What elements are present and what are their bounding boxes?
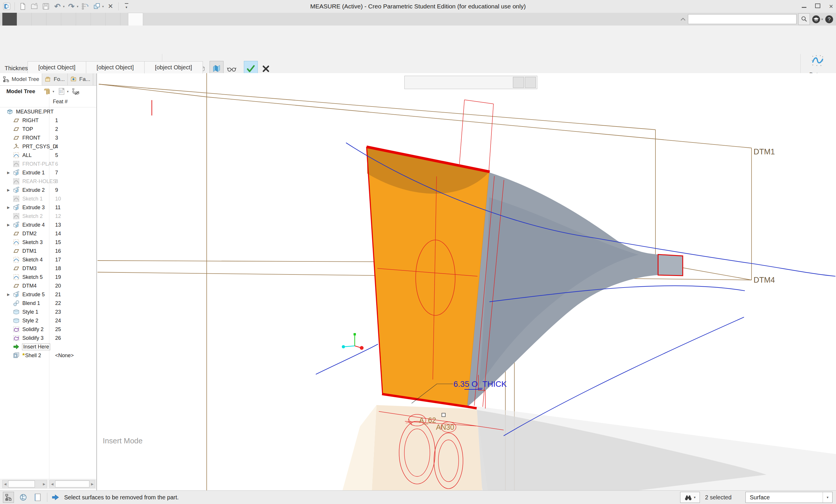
graphics-toolbar-icon[interactable] xyxy=(501,77,512,88)
tree-row[interactable]: PRT_CSYS_D 4 xyxy=(0,142,96,151)
toggle-model-tree-icon[interactable] xyxy=(3,492,14,503)
feature-label[interactable]: ALL xyxy=(22,152,32,158)
tree-row[interactable]: Solidify 2 25 xyxy=(0,325,96,334)
tree-settings-caret[interactable]: ▾ xyxy=(67,90,69,93)
ribbon-tab[interactable] xyxy=(128,13,143,25)
feature-label[interactable]: Extrude 5 xyxy=(22,292,45,298)
tree-row[interactable]: DTM2 14 xyxy=(0,229,96,238)
dtm4-label[interactable]: DTM4 xyxy=(754,276,775,285)
learning-connector-icon[interactable] xyxy=(812,15,821,24)
feature-label[interactable]: Sketch 4 xyxy=(22,257,43,263)
feature-label[interactable]: DTM4 xyxy=(22,283,37,289)
ribbon-tab[interactable] xyxy=(106,13,120,25)
graphics-toolbar-icon[interactable] xyxy=(441,77,453,88)
tree-row[interactable]: Sketch 1 10 xyxy=(0,194,96,203)
undo-menu-caret[interactable]: ▾ xyxy=(63,5,65,8)
tree-tools-caret[interactable]: ▾ xyxy=(53,90,54,93)
tree-row[interactable]: RIGHT 1 xyxy=(0,116,96,125)
feature-label[interactable]: Sketch 5 xyxy=(22,274,43,280)
feature-label[interactable]: TOP xyxy=(22,126,33,132)
tree-row[interactable]: MEASURE.PRT xyxy=(0,108,96,116)
feature-label[interactable]: DTM2 xyxy=(22,231,37,237)
expand-caret[interactable]: ▶ xyxy=(4,223,13,227)
feature-label[interactable]: FRONT xyxy=(22,135,40,141)
tree-row[interactable]: ▶ Extrude 5 21 xyxy=(0,290,96,299)
search-icon[interactable] xyxy=(798,13,810,25)
ribbon-tab[interactable] xyxy=(76,13,91,25)
feature-label[interactable]: RIGHT xyxy=(22,117,39,123)
tree-row[interactable]: FRONT-PLAT 6 xyxy=(0,160,96,168)
selection-filter-combo[interactable]: Surface ▾ xyxy=(745,492,833,503)
dashboard-tab[interactable]: [object Object] xyxy=(27,61,86,73)
find-tool-caret[interactable]: ▾ xyxy=(694,495,696,499)
tree-row[interactable]: Style 2 24 xyxy=(0,316,96,325)
feature-label[interactable]: Solidify 2 xyxy=(22,326,43,332)
feature-label[interactable]: DTM3 xyxy=(22,266,37,272)
web-browser-icon[interactable] xyxy=(18,492,28,503)
app-menu-icon[interactable] xyxy=(2,1,12,12)
feature-label[interactable]: FRONT-PLAT xyxy=(22,161,55,167)
open-file-icon[interactable] xyxy=(29,1,39,12)
search-input[interactable] xyxy=(688,14,797,24)
tree-row[interactable]: Sketch 4 17 xyxy=(0,255,96,264)
tree-row[interactable]: Style 1 23 xyxy=(0,308,96,316)
tree-row[interactable]: Solidify 3 26 xyxy=(0,334,96,342)
panel-tab[interactable]: Model Tree xyxy=(0,73,42,85)
close-window-icon[interactable]: ✕ xyxy=(106,1,116,12)
feature-label[interactable]: Extrude 1 xyxy=(22,170,45,176)
graphics-toolbar-icon[interactable] xyxy=(525,77,536,88)
redo-menu-caret[interactable]: ▾ xyxy=(77,5,79,8)
ribbon-tab[interactable] xyxy=(61,13,76,25)
tree-filter-icon[interactable] xyxy=(72,88,79,95)
feat-hscrollbar[interactable]: ◀ ▶ xyxy=(49,480,95,488)
tree-settings-icon[interactable] xyxy=(58,88,65,95)
tree-row[interactable]: * Shell 2 <None> xyxy=(0,351,96,360)
feature-label[interactable]: Extrude 2 xyxy=(22,187,45,193)
graphics-area[interactable]: DTM1 DTM4 6.35 O_THICK A_62 AN30 Insert … xyxy=(97,73,836,490)
tree-row[interactable]: ▶ Extrude 4 13 xyxy=(0,220,96,229)
find-tool[interactable]: ▾ xyxy=(680,492,700,503)
feature-label[interactable]: Insert Here xyxy=(22,344,50,350)
expand-caret[interactable]: ▶ xyxy=(4,292,13,296)
dtm1-label[interactable]: DTM1 xyxy=(754,148,775,156)
ribbon-tab[interactable] xyxy=(91,13,106,25)
undo-icon[interactable]: ↶ xyxy=(53,1,62,12)
dashboard-tab[interactable]: [object Object] xyxy=(144,61,203,73)
ribbon-tab[interactable] xyxy=(2,13,17,25)
redo-icon[interactable]: ↷ xyxy=(66,1,76,12)
feature-label[interactable]: Blend 1 xyxy=(22,300,40,306)
ribbon-tab[interactable] xyxy=(32,13,46,25)
tree-row[interactable]: FRONT 3 xyxy=(0,134,96,142)
feature-label[interactable]: PRT_CSYS_D xyxy=(22,143,57,150)
feature-label[interactable]: Extrude 3 xyxy=(22,205,45,211)
ribbon-tab[interactable] xyxy=(46,13,61,25)
tree-row[interactable]: Sketch 3 15 xyxy=(0,238,96,247)
tree-row[interactable]: ▶ Extrude 3 11 xyxy=(0,203,96,212)
tree-row[interactable]: Sketch 5 19 xyxy=(0,273,96,282)
feature-label[interactable]: DTM1 xyxy=(22,248,37,254)
feature-label[interactable]: REAR-HOLES xyxy=(22,178,56,185)
feature-label[interactable]: Sketch 2 xyxy=(22,213,43,219)
tree-row[interactable]: ALL 5 xyxy=(0,151,96,160)
feature-label[interactable]: Solidify 3 xyxy=(22,335,43,341)
tree-row[interactable]: Blend 1 22 xyxy=(0,299,96,308)
expand-caret[interactable]: ▶ xyxy=(4,206,13,210)
tree-hscrollbar[interactable]: ◀ ▶ xyxy=(2,480,47,488)
tree-row[interactable]: DTM1 16 xyxy=(0,247,96,255)
graphics-toolbar-icon[interactable] xyxy=(418,77,429,88)
graphics-toolbar-icon[interactable] xyxy=(477,77,488,88)
tree-row[interactable]: REAR-HOLES 8 xyxy=(0,177,96,186)
panel-tab[interactable]: Fa... xyxy=(68,73,93,85)
tree-row[interactable]: Insert Here xyxy=(0,342,96,351)
blank-page-icon[interactable] xyxy=(33,492,43,503)
selection-filter-caret[interactable]: ▾ xyxy=(823,492,832,503)
feature-label[interactable]: MEASURE.PRT xyxy=(16,109,54,115)
tree-row[interactable]: ▶ Extrude 2 9 xyxy=(0,186,96,194)
thickness-dimension-label[interactable]: 6.35 O_THICK xyxy=(453,380,507,389)
feature-label[interactable]: Shell 2 xyxy=(25,352,41,358)
expand-caret[interactable]: ▶ xyxy=(4,188,13,192)
dashboard-tab[interactable]: [object Object] xyxy=(86,61,144,73)
graphics-toolbar-icon[interactable] xyxy=(465,77,476,88)
feature-label[interactable]: Sketch 1 xyxy=(22,196,43,202)
collapse-ribbon-icon[interactable] xyxy=(680,17,686,21)
